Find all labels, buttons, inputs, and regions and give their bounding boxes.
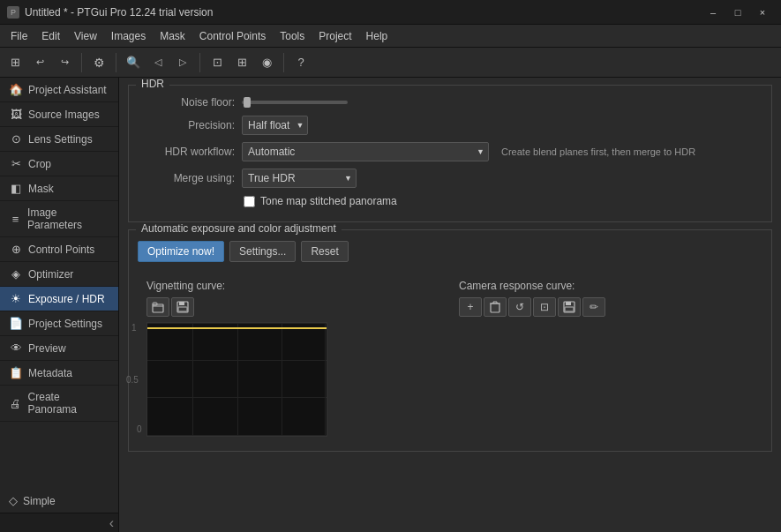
toolbar-redo2[interactable]: ▷ (171, 51, 194, 74)
sidebar-item-simple[interactable]: ◇ Simple (0, 489, 119, 513)
toolbar-btn3[interactable]: ↪ (53, 51, 76, 74)
noise-floor-slider[interactable] (242, 101, 348, 104)
merge-using-label: Merge using: (138, 172, 235, 184)
sidebar-label-project-assistant: Project Assistant (28, 84, 107, 96)
precision-dropdown[interactable]: Half float ▼ (242, 116, 308, 135)
crop-icon: ✂ (9, 157, 23, 170)
toolbar-search[interactable]: 🔍 (122, 51, 145, 74)
toolbar: ⊞ ↩ ↪ ⚙ 🔍 ◁ ▷ ⊡ ⊞ ◉ ? (0, 48, 781, 78)
camera-response-save-btn[interactable] (558, 297, 581, 317)
maximize-button[interactable]: □ (726, 4, 749, 21)
hdr-workflow-arrow: ▼ (477, 147, 484, 156)
sidebar-collapse-btn[interactable]: ‹ (0, 513, 119, 532)
toolbar-sep4 (283, 53, 284, 72)
toolbar-undo2[interactable]: ◁ (146, 51, 169, 74)
precision-label: Precision: (138, 119, 235, 131)
sidebar-item-source-images[interactable]: 🖼 Source Images (0, 102, 118, 127)
merge-using-dropdown[interactable]: True HDR ▼ (242, 169, 357, 188)
window-title: Untitled * - PTGui Pro 12.24 trial versi… (25, 6, 213, 19)
camera-response-delete-btn[interactable] (484, 297, 507, 317)
sidebar-item-preview[interactable]: 👁 Preview (0, 336, 118, 361)
sidebar-item-create-panorama[interactable]: 🖨 Create Panorama (0, 386, 118, 422)
sidebar-item-exposure-hdr[interactable]: ☀ Exposure / HDR (0, 287, 118, 311)
reset-button[interactable]: Reset (301, 241, 348, 262)
optimize-now-button[interactable]: Optimize now! (138, 241, 224, 262)
hdr-workflow-row: HDR workflow: Automatic ▼ Create blend p… (138, 142, 762, 161)
sidebar-item-optimizer[interactable]: ◈ Optimizer (0, 262, 118, 287)
sidebar-label-exposure-hdr: Exposure / HDR (28, 293, 105, 305)
params-icon: ≡ (9, 213, 22, 226)
sidebar-item-lens-settings[interactable]: ⊙ Lens Settings (0, 127, 118, 152)
tone-map-checkbox[interactable] (244, 196, 255, 207)
hdr-workflow-dropdown[interactable]: Automatic ▼ (242, 142, 489, 161)
chart-label-1: 1 (131, 323, 137, 333)
sidebar-item-metadata[interactable]: 📋 Metadata (0, 361, 118, 386)
toolbar-layout1[interactable]: ⊡ (206, 51, 229, 74)
delete-icon (490, 301, 500, 313)
curves-row: Vignetting curve: (138, 273, 762, 444)
title-bar-left: P Untitled * - PTGui Pro 12.24 trial ver… (7, 6, 213, 19)
menu-help[interactable]: Help (359, 27, 395, 45)
metadata-icon: 📋 (9, 366, 23, 379)
menu-tools[interactable]: Tools (273, 27, 312, 45)
menu-edit[interactable]: Edit (34, 27, 67, 45)
noise-floor-thumb (244, 97, 251, 108)
noise-floor-label: Noise floor: (138, 96, 235, 109)
menu-mask[interactable]: Mask (153, 27, 192, 45)
sidebar-label-metadata: Metadata (28, 367, 72, 379)
sidebar-item-project-assistant[interactable]: 🏠 Project Assistant (0, 78, 118, 102)
menu-images[interactable]: Images (104, 27, 153, 45)
noise-floor-row: Noise floor: (138, 96, 762, 109)
toolbar-settings[interactable]: ⚙ (87, 51, 110, 74)
auto-exposure-title: Automatic exposure and color adjustment (136, 222, 342, 235)
settings-button[interactable]: Settings... (229, 241, 296, 262)
hdr-workflow-label: HDR workflow: (138, 146, 235, 158)
sidebar-label-optimizer: Optimizer (28, 268, 73, 281)
svg-rect-4 (178, 307, 187, 311)
menu-view[interactable]: View (67, 27, 104, 45)
menu-project[interactable]: Project (312, 27, 358, 45)
control-points-icon: ⊕ (9, 243, 23, 256)
svg-rect-8 (565, 307, 574, 311)
menu-control-points[interactable]: Control Points (192, 27, 273, 45)
save-icon (176, 301, 189, 313)
close-button[interactable]: × (751, 4, 774, 21)
merge-using-control: True HDR ▼ (242, 169, 762, 188)
hdr-section: HDR Noise floor: Precision: Half float ▼ (128, 85, 772, 222)
camera-response-reset-btn[interactable]: ↺ (508, 297, 531, 317)
toolbar-btn2[interactable]: ↩ (28, 51, 51, 74)
precision-control: Half float ▼ (242, 116, 762, 135)
sidebar-label-source-images: Source Images (28, 109, 100, 121)
vignetting-save-btn[interactable] (171, 297, 194, 317)
menu-file[interactable]: File (4, 27, 34, 45)
sidebar-label-crop: Crop (28, 158, 51, 170)
title-bar: P Untitled * - PTGui Pro 12.24 trial ver… (0, 0, 781, 25)
menu-bar: File Edit View Images Mask Control Point… (0, 25, 781, 48)
toolbar-new[interactable]: ⊞ (4, 51, 26, 74)
svg-rect-3 (179, 302, 184, 305)
sidebar-item-crop[interactable]: ✂ Crop (0, 152, 118, 176)
sidebar-label-preview: Preview (28, 342, 66, 355)
minimize-button[interactable]: – (702, 4, 725, 21)
camera-response-edit-btn[interactable]: ✏ (582, 297, 605, 317)
hdr-workflow-hint: Create blend planes first, then merge to… (501, 146, 695, 157)
camera-response-add-btn[interactable]: + (459, 297, 482, 317)
precision-row: Precision: Half float ▼ (138, 116, 762, 135)
vignetting-open-btn[interactable] (146, 297, 169, 317)
create-panorama-icon: 🖨 (9, 397, 23, 410)
project-settings-icon: 📄 (9, 317, 23, 330)
sidebar-item-project-settings[interactable]: 📄 Project Settings (0, 311, 118, 336)
sidebar-item-image-parameters[interactable]: ≡ Image Parameters (0, 201, 118, 237)
sidebar-item-control-points[interactable]: ⊕ Control Points (0, 237, 118, 262)
toolbar-layout2[interactable]: ⊞ (230, 51, 253, 74)
vignetting-tools (146, 297, 441, 317)
sidebar-item-mask[interactable]: ◧ Mask (0, 176, 118, 201)
toolbar-help[interactable]: ? (289, 51, 312, 74)
toolbar-layout3[interactable]: ◉ (255, 51, 278, 74)
vignetting-title: Vignetting curve: (146, 280, 441, 292)
camera-response-crop-btn[interactable]: ⊡ (533, 297, 556, 317)
toolbar-sep3 (199, 53, 200, 72)
home-icon: 🏠 (9, 83, 23, 96)
sidebar-label-create-panorama: Create Panorama (28, 391, 109, 416)
save-cam-icon (563, 301, 575, 313)
